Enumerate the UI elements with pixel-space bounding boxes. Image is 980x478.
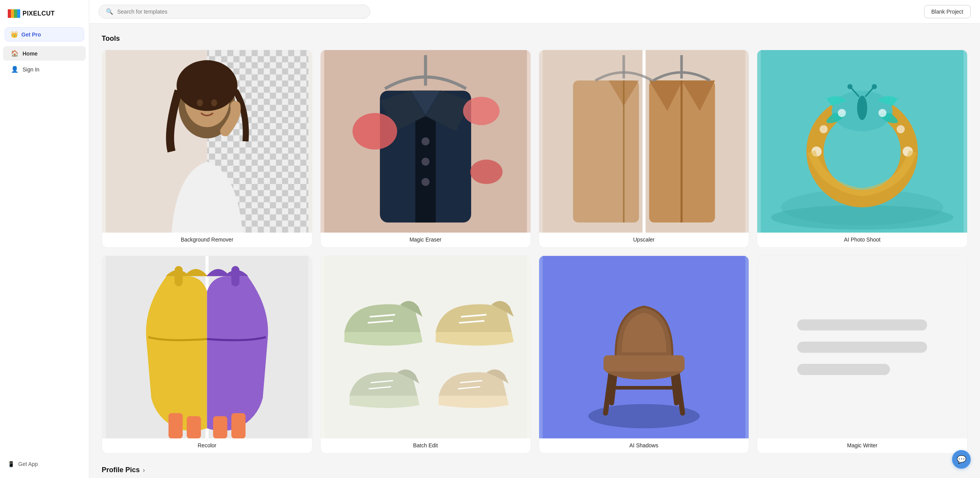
ai-shadows-label: AI Shadows — [539, 438, 749, 453]
svg-point-49 — [872, 84, 877, 89]
tool-card-recolor[interactable]: Recolor — [102, 256, 312, 454]
svg-point-45 — [857, 96, 867, 120]
tool-card-magic-writer[interactable]: Magic Writer — [757, 256, 968, 454]
ai-photo-shoot-label: AI Photo Shoot — [757, 233, 967, 247]
search-bar[interactable]: 🔍 — [99, 5, 370, 19]
svg-rect-57 — [213, 416, 227, 438]
background-remover-image — [102, 50, 312, 233]
sidebar-item-home[interactable]: 🏠 Home — [3, 46, 86, 61]
svg-point-14 — [211, 99, 217, 106]
svg-point-40 — [820, 125, 828, 133]
search-input[interactable] — [117, 9, 363, 15]
svg-rect-79 — [797, 364, 890, 375]
svg-point-48 — [848, 84, 853, 89]
blank-project-button[interactable]: Blank Project — [924, 5, 971, 18]
sidebar-nav-signin-label: Sign In — [23, 66, 40, 73]
recolor-label: Recolor — [102, 438, 312, 453]
recolor-image — [102, 256, 312, 438]
sidebar-logo: PIXELCUT — [0, 6, 89, 26]
svg-point-35 — [771, 205, 954, 230]
svg-rect-56 — [231, 413, 246, 438]
svg-rect-58 — [324, 256, 527, 438]
svg-point-44 — [878, 109, 886, 117]
crown-icon: 👑 — [10, 31, 18, 38]
svg-point-22 — [421, 137, 430, 146]
svg-rect-54 — [168, 413, 183, 438]
main-area: 🔍 Blank Project Tools — [89, 0, 980, 478]
phone-icon: 📱 — [8, 461, 14, 467]
chat-button[interactable]: 💬 — [952, 450, 971, 469]
tool-card-batch-edit[interactable]: Batch Edit — [320, 256, 531, 454]
get-app-label: Get App — [18, 461, 38, 467]
profile-pics-chevron-icon[interactable]: › — [143, 467, 145, 474]
sidebar: PIXELCUT 👑 Get Pro 🏠 Home 👤 Sign In 📱 Ge… — [0, 0, 89, 478]
get-pro-button[interactable]: 👑 Get Pro — [5, 27, 84, 42]
svg-point-19 — [352, 113, 397, 149]
magic-eraser-image — [321, 50, 531, 233]
get-pro-label: Get Pro — [21, 31, 41, 38]
sidebar-item-sign-in[interactable]: 👤 Sign In — [3, 62, 86, 76]
svg-rect-0 — [8, 9, 11, 18]
svg-rect-27 — [573, 80, 639, 222]
profile-pics-title: Profile Pics — [102, 466, 140, 474]
svg-point-41 — [838, 109, 846, 117]
person-icon: 👤 — [11, 66, 19, 73]
upscaler-image — [539, 50, 749, 233]
batch-edit-label: Batch Edit — [321, 438, 531, 453]
magic-eraser-label: Magic Eraser — [321, 233, 531, 247]
svg-point-21 — [470, 160, 503, 184]
magic-writer-image — [757, 256, 967, 438]
search-icon: 🔍 — [106, 8, 113, 15]
magic-writer-label: Magic Writer — [757, 438, 967, 453]
tool-card-background-remover[interactable]: Background Remover — [102, 50, 312, 248]
svg-rect-53 — [231, 266, 239, 286]
svg-point-20 — [463, 97, 500, 125]
svg-rect-75 — [603, 355, 684, 372]
get-app-button[interactable]: 📱 Get App — [0, 456, 89, 472]
background-remover-label: Background Remover — [102, 233, 312, 247]
svg-rect-3 — [17, 9, 20, 18]
tool-card-ai-photo-shoot[interactable]: AI Photo Shoot — [757, 50, 968, 248]
content-area: Tools — [89, 24, 980, 478]
ai-photoshoot-image — [757, 50, 967, 233]
sidebar-nav-home-label: Home — [23, 50, 38, 57]
svg-point-24 — [421, 178, 430, 186]
svg-rect-1 — [11, 9, 14, 18]
tools-grid: Background Remover — [102, 50, 968, 454]
home-icon: 🏠 — [11, 50, 19, 57]
svg-rect-52 — [175, 266, 183, 286]
svg-rect-78 — [797, 342, 927, 353]
profile-pics-section-header: Profile Pics › — [102, 466, 968, 474]
tool-card-ai-shadows[interactable]: AI Shadows — [539, 256, 749, 454]
header: 🔍 Blank Project — [89, 0, 980, 24]
batch-edit-image — [321, 256, 531, 438]
svg-rect-55 — [187, 416, 201, 438]
svg-rect-2 — [14, 9, 17, 18]
tool-card-magic-eraser[interactable]: Magic Eraser — [320, 50, 531, 248]
pixelcut-logo-icon — [8, 9, 20, 18]
svg-point-43 — [897, 125, 905, 133]
logo-text: PIXELCUT — [23, 10, 55, 17]
svg-point-13 — [197, 99, 203, 106]
tools-section-title: Tools — [102, 35, 968, 43]
svg-point-12 — [177, 60, 238, 111]
svg-point-23 — [421, 158, 430, 166]
tool-card-upscaler[interactable]: Upscaler — [539, 50, 749, 248]
upscaler-label: Upscaler — [539, 233, 749, 247]
chat-icon: 💬 — [957, 455, 966, 464]
ai-shadows-image — [539, 256, 749, 438]
svg-rect-77 — [797, 320, 927, 331]
